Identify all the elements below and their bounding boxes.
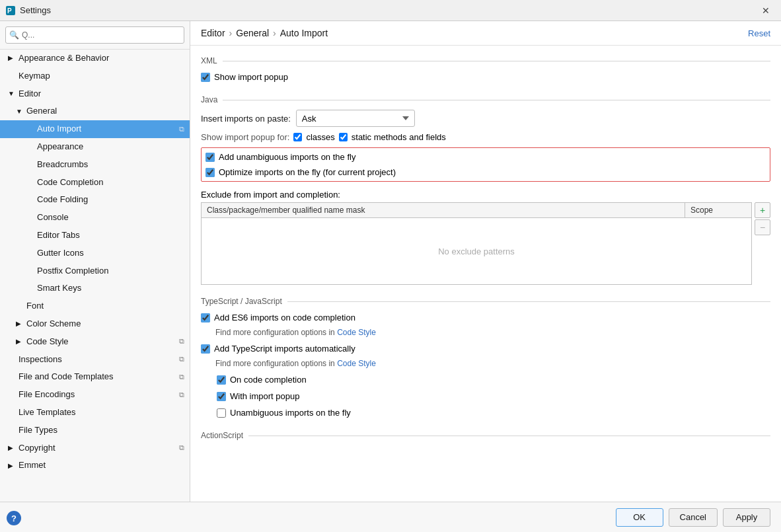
sidebar-item-inspections[interactable]: Inspections⧉: [0, 351, 190, 369]
xml-section: XML Show import popup: [201, 56, 770, 83]
sidebar-item-file-code-templates[interactable]: File and Code Templates⧉: [0, 368, 190, 386]
sidebar-item-label: Copyright: [19, 441, 56, 455]
sidebar-item-copyright[interactable]: ▶Copyright⧉: [0, 439, 190, 457]
col-scope-header: Scope: [685, 203, 751, 217]
sidebar-item-live-templates[interactable]: Live Templates: [0, 404, 190, 422]
sidebar-item-editor[interactable]: ▼Editor: [0, 85, 190, 103]
optimize-imports-label[interactable]: Optimize imports on the fly (for current…: [219, 167, 396, 177]
sidebar-item-emmet[interactable]: ▶Emmet: [0, 457, 190, 475]
show-import-popup-for-row: Show import popup for: classes static me…: [201, 132, 770, 142]
sidebar-item-label: File Types: [19, 424, 57, 437]
sidebar-item-auto-import[interactable]: Auto Import⧉: [0, 120, 190, 138]
arrow-icon: ▶: [8, 443, 16, 453]
add-typescript-label[interactable]: Add TypeScript imports automatically: [214, 344, 355, 354]
with-import-popup-row: With import popup: [217, 390, 770, 402]
exclude-section: Exclude from import and completion: Clas…: [201, 190, 770, 285]
reset-link[interactable]: Reset: [748, 28, 770, 38]
sidebar-item-gutter-icons[interactable]: Gutter Icons: [0, 245, 190, 262]
sidebar-item-postfix-completion[interactable]: Postfix Completion: [0, 262, 190, 280]
on-code-completion-checkbox[interactable]: [217, 375, 226, 385]
copy-icon: ⧉: [179, 354, 184, 365]
unambiguous-fly-label[interactable]: Unambiguous imports on the fly: [230, 408, 351, 418]
settings-sidebar: 🔍 ▶Appearance & BehaviorKeymap▼Editor▼Ge…: [0, 21, 190, 502]
sidebar-item-color-scheme[interactable]: ▶Color Scheme: [0, 315, 190, 333]
sidebar-item-appearance-behavior[interactable]: ▶Appearance & Behavior: [0, 50, 190, 67]
on-code-completion-label[interactable]: On code completion: [230, 375, 307, 385]
remove-exclude-button[interactable]: −: [755, 219, 770, 235]
sidebar-item-label: Keymap: [19, 69, 50, 83]
breadcrumb-sep-0: ›: [229, 28, 233, 38]
sidebar-item-label: Breadcrumbs: [37, 158, 88, 172]
sidebar-item-label: General: [26, 104, 57, 118]
sidebar-item-code-style[interactable]: ▶Code Style⧉: [0, 333, 190, 351]
exclude-body: No exclude patterns: [202, 218, 751, 284]
sidebar-item-file-types[interactable]: File Types: [0, 422, 190, 439]
exclude-table-header: Class/package/member qualified name mask…: [202, 203, 751, 218]
content-header: Editor › General › Auto Import Reset: [190, 21, 781, 46]
bottom-bar: OK Cancel Apply: [0, 502, 781, 532]
ok-button[interactable]: OK: [616, 508, 663, 527]
breadcrumb-part-2: Auto Import: [280, 28, 328, 38]
optimize-imports-checkbox[interactable]: [205, 168, 215, 177]
sidebar-item-font[interactable]: Font: [0, 297, 190, 315]
sidebar-item-file-encodings[interactable]: File Encodings⧉: [0, 386, 190, 404]
search-input[interactable]: [5, 26, 184, 44]
sidebar-item-label: Code Style: [26, 335, 69, 349]
xml-show-popup-label[interactable]: Show import popup: [214, 72, 288, 82]
find-config-2: Find more configuration options in: [215, 359, 335, 368]
add-unambiguous-checkbox[interactable]: [205, 153, 215, 162]
add-exclude-button[interactable]: +: [755, 202, 770, 218]
add-typescript-checkbox[interactable]: [201, 344, 210, 354]
java-classes-checkbox[interactable]: [293, 133, 302, 141]
breadcrumb-part-0: Editor: [201, 28, 225, 38]
auto-import-highlight-box: Add unambiguous imports on the fly Optim…: [201, 147, 770, 182]
unambiguous-fly-row: Unambiguous imports on the fly: [217, 406, 770, 419]
arrow-icon: ▼: [8, 89, 16, 99]
sidebar-item-label: Smart Keys: [37, 282, 81, 295]
exclude-table: Class/package/member qualified name mask…: [201, 202, 752, 285]
apply-button[interactable]: Apply: [723, 508, 770, 527]
with-import-popup-checkbox[interactable]: [217, 392, 226, 401]
sidebar-item-label: Code Folding: [37, 193, 88, 207]
xml-show-popup-checkbox[interactable]: [201, 73, 210, 82]
search-box: 🔍: [0, 21, 190, 50]
code-style-link-2[interactable]: Code Style: [337, 359, 376, 368]
sidebar-item-console[interactable]: Console: [0, 209, 190, 227]
java-static-checkbox[interactable]: [339, 133, 348, 141]
code-style-link-1[interactable]: Code Style: [337, 328, 376, 337]
window-title: Settings: [20, 5, 752, 15]
arrow-icon: ▶: [16, 319, 24, 329]
exclude-wrapper: Class/package/member qualified name mask…: [201, 202, 770, 285]
help-button[interactable]: ?: [7, 511, 21, 525]
exclude-label: Exclude from import and completion:: [201, 190, 770, 200]
sidebar-item-keymap[interactable]: Keymap: [0, 67, 190, 85]
java-classes-label[interactable]: classes: [306, 132, 334, 142]
sidebar-item-editor-tabs[interactable]: Editor Tabs: [0, 227, 190, 245]
sidebar-item-general[interactable]: ▼General: [0, 102, 190, 120]
cancel-button[interactable]: Cancel: [669, 508, 718, 527]
add-es6-label[interactable]: Add ES6 imports on code completion: [214, 313, 355, 323]
copy-icon: ⧉: [179, 336, 184, 348]
unambiguous-fly-checkbox[interactable]: [217, 408, 226, 418]
sidebar-item-smart-keys[interactable]: Smart Keys: [0, 280, 190, 297]
sidebar-item-label: Code Completion: [37, 176, 103, 190]
sidebar-item-label: Editor: [19, 87, 41, 101]
insert-imports-select[interactable]: Ask Always Never: [296, 110, 415, 127]
sidebar-item-breadcrumbs[interactable]: Breadcrumbs: [0, 156, 190, 174]
sidebar-item-appearance[interactable]: Appearance: [0, 138, 190, 156]
add-es6-checkbox[interactable]: [201, 313, 210, 323]
add-typescript-row: Add TypeScript imports automatically: [201, 342, 770, 355]
content-body: XML Show import popup Java Insert import…: [190, 46, 781, 502]
java-static-label[interactable]: static methods and fields: [352, 132, 446, 142]
java-section-title: Java: [201, 95, 770, 104]
close-button[interactable]: ✕: [756, 3, 776, 19]
sidebar-item-code-completion[interactable]: Code Completion: [0, 174, 190, 192]
sidebar-item-code-folding[interactable]: Code Folding: [0, 191, 190, 209]
add-unambiguous-row: Add unambiguous imports on the fly: [205, 151, 766, 163]
copy-icon: ⧉: [179, 442, 184, 454]
sidebar-item-label: Gutter Icons: [37, 247, 84, 260]
add-unambiguous-label[interactable]: Add unambiguous imports on the fly: [219, 152, 355, 162]
sidebar-item-label: Live Templates: [19, 406, 75, 420]
ts-sub-options: On code completion With import popup Una…: [201, 373, 770, 419]
with-import-popup-label[interactable]: With import popup: [230, 391, 300, 401]
